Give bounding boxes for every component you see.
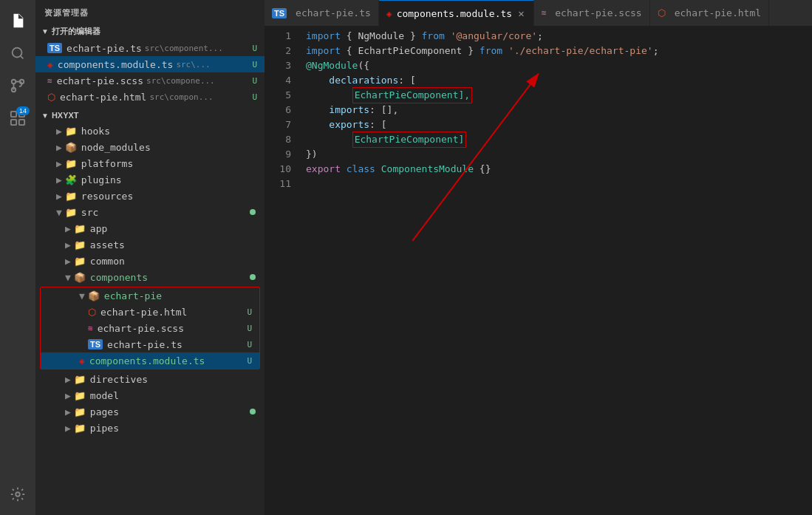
open-file-badge: U	[252, 44, 262, 53]
line-num-11: 11	[265, 177, 291, 191]
folder-directives-icon: 📁	[74, 374, 86, 385]
folder-pages[interactable]: ▶ 📁 pages	[35, 403, 265, 420]
code-text	[445, 29, 451, 44]
folder-resources[interactable]: ▶ 📁 resources	[35, 188, 265, 204]
folder-chevron: ▶	[56, 191, 62, 202]
search-activity-icon[interactable]	[3, 38, 33, 68]
folder-src[interactable]: ▼ 📁 src	[35, 204, 265, 220]
code-line-5: EchartPieComponent],	[300, 88, 812, 103]
code-text	[502, 44, 508, 58]
svg-rect-7	[19, 120, 24, 125]
svg-rect-4	[11, 112, 16, 117]
folder-echart-pie-label: echart-pie	[104, 290, 162, 301]
settings-activity-icon[interactable]	[3, 480, 33, 509]
file-badge: U	[247, 307, 256, 317]
open-file-components-module[interactable]: ◈ components.module.ts src\... U	[35, 56, 265, 72]
code-line-9: })	[300, 147, 812, 162]
open-editors-section[interactable]: ▼ 打开的编辑器	[35, 23, 265, 40]
folder-pages-label: pages	[90, 406, 119, 417]
folder-plugins-label: plugins	[81, 174, 122, 185]
tab-echart-pie-scss[interactable]: ≋ echart-pie.scss	[534, 0, 650, 26]
folder-plugins[interactable]: ▶ 🧩 plugins	[35, 171, 265, 188]
folder-directives[interactable]: ▶ 📁 directives	[35, 371, 265, 387]
code-text	[306, 103, 329, 117]
folder-assets-label: assets	[90, 239, 125, 250]
code-text	[306, 88, 352, 103]
folder-model-label: model	[90, 390, 119, 401]
file-echart-pie-scss[interactable]: ≋ echart-pie.scss U	[41, 320, 259, 336]
html-file-icon: ⬡	[47, 92, 55, 103]
folder-chevron: ▶	[65, 390, 71, 401]
project-chevron: ▼	[41, 112, 49, 120]
file-badge: U	[247, 340, 256, 349]
folder-directives-label: directives	[90, 374, 148, 385]
folder-assets[interactable]: ▶ 📁 assets	[35, 236, 265, 253]
extensions-badge: 14	[16, 106, 30, 115]
file-badge: U	[247, 356, 256, 366]
open-file-echart-pie-scss[interactable]: ≋ echart-pie.scss src\compone... U	[35, 72, 265, 89]
ts-icon: TS	[88, 339, 103, 349]
open-editors-label: 打开的编辑器	[52, 26, 100, 37]
folder-common-icon: 📁	[74, 256, 86, 267]
folder-chevron: ▶	[56, 158, 62, 169]
ts-file-icon: TS	[47, 43, 62, 53]
files-activity-icon[interactable]	[3, 6, 33, 35]
folder-components[interactable]: ▼ 📦 components	[35, 269, 265, 285]
code-line-7: exports : [	[300, 117, 812, 132]
open-file-path: src\compone...	[146, 76, 215, 86]
folder-node-modules-icon: 📦	[65, 142, 77, 153]
open-file-echart-pie-html[interactable]: ⬡ echart-pie.html src\compon... U	[35, 89, 265, 105]
open-file-path: src\compon...	[149, 92, 213, 102]
folder-platforms-label: platforms	[81, 158, 133, 169]
code-line-10: export class ComponentsModule {}	[300, 162, 812, 177]
folder-components-icon: 📦	[74, 272, 86, 283]
open-file-name: echart-pie.html	[60, 92, 146, 103]
file-echart-pie-html[interactable]: ⬡ echart-pie.html U	[41, 304, 259, 320]
open-file-badge: U	[252, 60, 262, 69]
folder-echart-pie[interactable]: ▼ 📦 echart-pie	[41, 287, 259, 304]
code-editor[interactable]: import { NgModule } from '@angular/core'…	[300, 26, 812, 515]
tab-ts-icon: TS	[272, 8, 287, 18]
tab-echart-pie-ts[interactable]: TS echart-pie.ts	[265, 0, 379, 26]
code-text: { NgModule }	[341, 29, 422, 44]
string-val: './echart-pie/echart-pie'	[508, 44, 653, 58]
folder-node-modules[interactable]: ▶ 📦 node_modules	[35, 139, 265, 155]
folder-chevron: ▶	[65, 374, 71, 385]
git-activity-icon[interactable]	[3, 71, 33, 100]
folder-app[interactable]: ▶ 📁 app	[35, 220, 265, 236]
keyword-class: class	[347, 162, 375, 177]
tab-html-icon: ⬡	[658, 7, 666, 18]
line-num-8: 8	[265, 132, 291, 147]
open-file-path: src\...	[176, 60, 210, 69]
folder-hooks[interactable]: ▶ 📁 hooks	[35, 123, 265, 139]
tab-label: echart-pie.html	[675, 7, 761, 18]
line-numbers: 1 2 3 4 5 6 7 8 9 10 11	[265, 26, 300, 515]
code-text: : [],	[369, 103, 398, 117]
tab-label: echart-pie.ts	[296, 7, 371, 18]
project-section[interactable]: ▼ HXYXT	[35, 108, 265, 123]
folder-platforms[interactable]: ▶ 📁 platforms	[35, 155, 265, 171]
keyword: import	[306, 44, 341, 58]
echart-pie-outline: ▼ 📦 echart-pie ⬡ echart-pie.html U ≋ ech…	[40, 287, 260, 369]
open-file-echart-pie-ts[interactable]: TS echart-pie.ts src\component... U	[35, 40, 265, 56]
file-name: echart-pie.scss	[98, 323, 184, 334]
folder-echart-pie-icon: 📦	[88, 290, 100, 301]
open-file-name: echart-pie.scss	[57, 75, 143, 86]
code-text: })	[306, 147, 318, 162]
tab-bar: TS echart-pie.ts ◈ components.module.ts …	[265, 0, 812, 26]
code-text: : [	[398, 73, 415, 88]
tab-echart-pie-html[interactable]: ⬡ echart-pie.html	[650, 0, 769, 26]
tab-close-button[interactable]: ✕	[516, 6, 525, 21]
folder-pipes[interactable]: ▶ 📁 pipes	[35, 420, 265, 436]
folder-chevron: ▶	[56, 174, 62, 185]
keyword-from: from	[480, 44, 502, 58]
folder-chevron: ▶	[65, 223, 71, 234]
folder-model[interactable]: ▶ 📁 model	[35, 387, 265, 403]
file-echart-pie-ts[interactable]: TS echart-pie.ts U	[41, 336, 259, 352]
extensions-activity-icon[interactable]: 14	[3, 103, 33, 133]
file-components-module-ts[interactable]: ◈ components.module.ts U	[41, 352, 259, 369]
folder-plugins-icon: 🧩	[65, 174, 77, 185]
folder-node-modules-label: node_modules	[81, 142, 151, 153]
tab-components-module[interactable]: ◈ components.module.ts ✕	[379, 0, 534, 26]
folder-common[interactable]: ▶ 📁 common	[35, 253, 265, 269]
